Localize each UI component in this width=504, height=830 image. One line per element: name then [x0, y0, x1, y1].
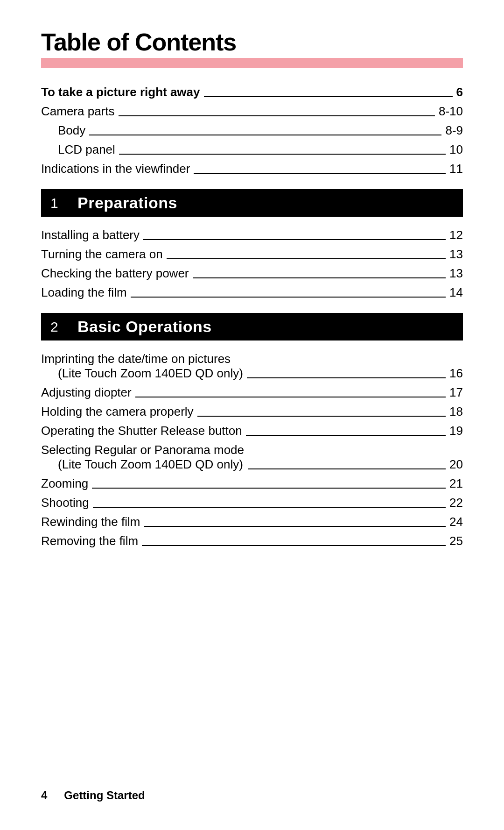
toc-entry-body: Body 8-9	[41, 123, 463, 138]
section2-header: 2 Basic Operations	[41, 313, 463, 341]
toc-label: Shooting	[41, 496, 89, 510]
toc-dots	[92, 488, 446, 489]
toc-label: Camera parts	[41, 104, 115, 119]
toc-dots	[194, 173, 446, 174]
toc-entry-viewfinder: Indications in the viewfinder 11	[41, 162, 463, 176]
toc-entry-diopter: Adjusting diopter 17	[41, 385, 463, 400]
toc-dots	[247, 377, 446, 378]
toc-label: Operating the Shutter Release button	[41, 424, 242, 438]
section1-header: 1 Preparations	[41, 189, 463, 217]
section1-entries: Installing a battery 12 Turning the came…	[41, 228, 463, 300]
toc-entry-picture: To take a picture right away 6	[41, 85, 463, 99]
toc-label-line2: (Lite Touch Zoom 140ED QD only)	[41, 366, 243, 381]
toc-entry-camera-on: Turning the camera on 13	[41, 247, 463, 262]
toc-label-datetime: Imprinting the date/time on pictures (Li…	[41, 352, 243, 381]
toc-dots	[248, 468, 446, 469]
toc-dots	[204, 96, 453, 97]
toc-page: 21	[449, 476, 463, 491]
toc-page: 8-9	[445, 123, 463, 138]
toc-dots	[197, 416, 446, 417]
toc-page: 14	[449, 285, 463, 300]
toc-label: LCD panel	[58, 142, 115, 157]
toc-entry-datetime: Imprinting the date/time on pictures (Li…	[41, 352, 463, 381]
toc-entry-shooting: Shooting 22	[41, 496, 463, 510]
toc-page: 24	[449, 515, 463, 529]
toc-page: 13	[449, 266, 463, 281]
toc-dots	[167, 258, 446, 259]
page-title: Table of Contents	[41, 28, 463, 56]
section1-number: 1	[50, 195, 64, 211]
toc-entry-lcd: LCD panel 10	[41, 142, 463, 157]
toc-dots	[142, 545, 446, 546]
toc-dots	[193, 277, 446, 278]
toc-label-line1: Imprinting the date/time on pictures	[41, 352, 243, 366]
toc-dots	[143, 239, 446, 240]
toc-page: 25	[449, 534, 463, 548]
footer: 4 Getting Started	[41, 789, 463, 802]
toc-dots	[93, 507, 446, 508]
decorative-bar	[41, 58, 463, 68]
toc-page: 6	[456, 85, 463, 99]
toc-dots	[246, 435, 446, 436]
toc-label: Installing a battery	[41, 228, 140, 242]
toc-page: 19	[449, 424, 463, 438]
toc-dots	[119, 154, 446, 155]
toc-label: To take a picture right away	[41, 85, 200, 99]
toc-page: 10	[449, 142, 463, 157]
toc-entry-camera-parts: Camera parts 8-10	[41, 104, 463, 119]
section2-title: Basic Operations	[77, 318, 212, 336]
toc-dots	[144, 526, 446, 527]
toc-entry-panorama: Selecting Regular or Panorama mode (Lite…	[41, 443, 463, 472]
toc-label: Indications in the viewfinder	[41, 162, 190, 176]
toc-dots	[131, 297, 446, 298]
toc-label-line2: (Lite Touch Zoom 140ED QD only)	[41, 457, 244, 472]
toc-entry-shutter: Operating the Shutter Release button 19	[41, 424, 463, 438]
toc-label: Holding the camera properly	[41, 404, 194, 419]
toc-page: 13	[449, 247, 463, 262]
toc-label: Zooming	[41, 476, 88, 491]
toc-entry-battery: Installing a battery 12	[41, 228, 463, 242]
toc-dots	[89, 135, 441, 135]
toc-entry-removing: Removing the film 25	[41, 534, 463, 548]
section2-entries: Imprinting the date/time on pictures (Li…	[41, 352, 463, 548]
toc-entry-holding: Holding the camera properly 18	[41, 404, 463, 419]
toc-label: Checking the battery power	[41, 266, 189, 281]
toc-dots	[135, 397, 446, 397]
toc-label: Rewinding the film	[41, 515, 140, 529]
toc-entry-zooming: Zooming 21	[41, 476, 463, 491]
toc-label: Body	[58, 123, 85, 138]
toc-label: Adjusting diopter	[41, 385, 132, 400]
toc-page: 18	[449, 404, 463, 419]
toc-page: 16	[449, 366, 463, 381]
section2-number: 2	[50, 319, 64, 335]
toc-dots	[119, 115, 435, 116]
section1-title: Preparations	[77, 194, 177, 212]
intro-entries: To take a picture right away 6 Camera pa…	[41, 85, 463, 176]
toc-page: 22	[449, 496, 463, 510]
toc-label: Turning the camera on	[41, 247, 163, 262]
toc-entry-rewinding: Rewinding the film 24	[41, 515, 463, 529]
toc-label: Removing the film	[41, 534, 138, 548]
footer-label: Getting Started	[64, 789, 145, 802]
toc-page: 11	[449, 162, 463, 176]
toc-label: Loading the film	[41, 285, 127, 300]
toc-page: 12	[449, 228, 463, 242]
toc-entry-battery-power: Checking the battery power 13	[41, 266, 463, 281]
toc-label-line1: Selecting Regular or Panorama mode	[41, 443, 244, 457]
toc-label-panorama: Selecting Regular or Panorama mode (Lite…	[41, 443, 244, 472]
toc-page: 8-10	[439, 104, 463, 119]
toc-entry-film: Loading the film 14	[41, 285, 463, 300]
footer-page-number: 4	[41, 789, 47, 802]
toc-page: 20	[449, 457, 463, 472]
toc-page: 17	[449, 385, 463, 400]
